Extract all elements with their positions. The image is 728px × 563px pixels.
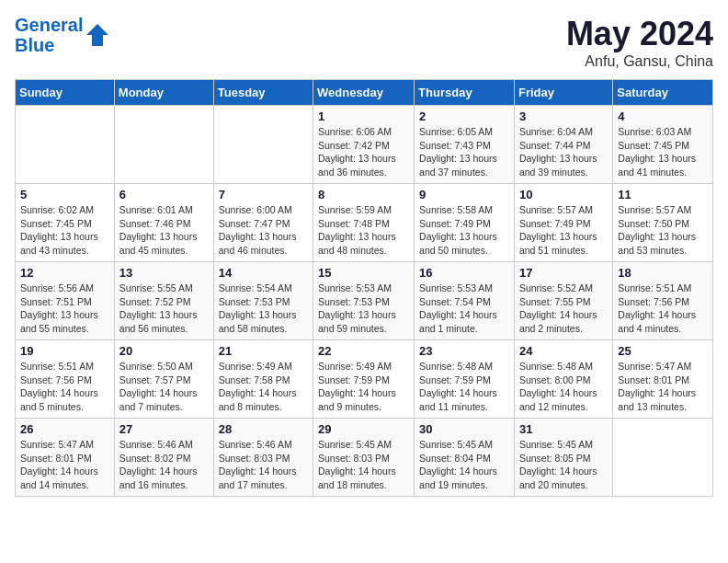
day-number: 26 — [20, 422, 109, 436]
day-info: Sunrise: 5:56 AMSunset: 7:51 PMDaylight:… — [20, 282, 109, 336]
calendar-day-9: 9Sunrise: 5:58 AMSunset: 7:49 PMDaylight… — [415, 184, 515, 262]
day-number: 5 — [20, 188, 109, 201]
calendar-day-4: 4Sunrise: 6:03 AMSunset: 7:45 PMDaylight… — [613, 106, 713, 184]
day-number: 7 — [219, 188, 308, 201]
page-header: General Blue May 2024 Anfu, Gansu, China — [15, 15, 713, 70]
day-number: 16 — [419, 266, 509, 280]
calendar-day-5: 5Sunrise: 6:02 AMSunset: 7:45 PMDaylight… — [16, 184, 115, 262]
day-number: 8 — [318, 188, 409, 201]
day-number: 2 — [419, 109, 509, 123]
subtitle: Anfu, Gansu, China — [566, 53, 713, 70]
day-info: Sunrise: 5:49 AMSunset: 7:59 PMDaylight:… — [318, 360, 409, 414]
main-title: May 2024 — [566, 15, 713, 53]
title-block: May 2024 Anfu, Gansu, China — [566, 15, 713, 70]
day-number: 15 — [318, 266, 409, 280]
day-number: 19 — [20, 344, 109, 358]
weekday-header-friday: Friday — [514, 80, 612, 106]
calendar-day-11: 11Sunrise: 5:57 AMSunset: 7:50 PMDayligh… — [613, 184, 713, 262]
calendar-day-20: 20Sunrise: 5:50 AMSunset: 7:57 PMDayligh… — [114, 340, 213, 419]
day-number: 1 — [318, 109, 409, 123]
day-info: Sunrise: 5:50 AMSunset: 7:57 PMDaylight:… — [119, 360, 209, 414]
calendar-day-29: 29Sunrise: 5:45 AMSunset: 8:03 PMDayligh… — [313, 419, 415, 497]
calendar-day-18: 18Sunrise: 5:51 AMSunset: 7:56 PMDayligh… — [613, 262, 713, 340]
calendar-day-25: 25Sunrise: 5:47 AMSunset: 8:01 PMDayligh… — [613, 340, 713, 419]
day-info: Sunrise: 5:57 AMSunset: 7:49 PMDaylight:… — [519, 203, 608, 258]
day-number: 20 — [119, 344, 209, 358]
calendar-week-row: 26Sunrise: 5:47 AMSunset: 8:01 PMDayligh… — [16, 419, 713, 497]
day-number: 4 — [618, 109, 708, 123]
day-info: Sunrise: 6:02 AMSunset: 7:45 PMDaylight:… — [20, 203, 109, 258]
weekday-header-saturday: Saturday — [613, 80, 713, 106]
calendar-day-7: 7Sunrise: 6:00 AMSunset: 7:47 PMDaylight… — [213, 184, 313, 262]
calendar-day-1: 1Sunrise: 6:06 AMSunset: 7:42 PMDaylight… — [313, 106, 415, 184]
day-info: Sunrise: 5:53 AMSunset: 7:53 PMDaylight:… — [318, 282, 409, 336]
day-info: Sunrise: 5:52 AMSunset: 7:55 PMDaylight:… — [519, 282, 608, 336]
day-info: Sunrise: 6:01 AMSunset: 7:46 PMDaylight:… — [119, 203, 209, 258]
calendar-empty-cell — [114, 106, 213, 184]
calendar-day-6: 6Sunrise: 6:01 AMSunset: 7:46 PMDaylight… — [114, 184, 213, 262]
calendar-week-row: 19Sunrise: 5:51 AMSunset: 7:56 PMDayligh… — [16, 340, 713, 419]
calendar-day-22: 22Sunrise: 5:49 AMSunset: 7:59 PMDayligh… — [313, 340, 415, 419]
day-info: Sunrise: 5:54 AMSunset: 7:53 PMDaylight:… — [219, 282, 308, 336]
calendar-day-28: 28Sunrise: 5:46 AMSunset: 8:03 PMDayligh… — [213, 419, 313, 497]
calendar-day-31: 31Sunrise: 5:45 AMSunset: 8:05 PMDayligh… — [514, 419, 612, 497]
day-number: 30 — [419, 422, 509, 436]
weekday-header-monday: Monday — [114, 80, 213, 106]
logo-icon — [85, 22, 110, 48]
day-info: Sunrise: 6:06 AMSunset: 7:42 PMDaylight:… — [318, 125, 409, 179]
day-info: Sunrise: 5:45 AMSunset: 8:04 PMDaylight:… — [419, 438, 509, 492]
day-number: 10 — [519, 188, 608, 201]
day-number: 21 — [219, 344, 308, 358]
day-info: Sunrise: 5:46 AMSunset: 8:02 PMDaylight:… — [119, 438, 209, 492]
day-number: 22 — [318, 344, 409, 358]
logo-text: General Blue — [15, 15, 83, 55]
svg-marker-0 — [86, 24, 108, 46]
day-info: Sunrise: 5:46 AMSunset: 8:03 PMDaylight:… — [219, 438, 308, 492]
logo: General Blue — [15, 15, 110, 55]
calendar-day-23: 23Sunrise: 5:48 AMSunset: 7:59 PMDayligh… — [415, 340, 515, 419]
calendar-day-12: 12Sunrise: 5:56 AMSunset: 7:51 PMDayligh… — [16, 262, 115, 340]
day-number: 12 — [20, 266, 109, 280]
day-info: Sunrise: 5:49 AMSunset: 7:58 PMDaylight:… — [219, 360, 308, 414]
day-info: Sunrise: 5:51 AMSunset: 7:56 PMDaylight:… — [20, 360, 109, 414]
day-info: Sunrise: 5:48 AMSunset: 7:59 PMDaylight:… — [419, 360, 509, 414]
day-info: Sunrise: 5:51 AMSunset: 7:56 PMDaylight:… — [618, 282, 708, 336]
calendar-empty-cell — [16, 106, 115, 184]
weekday-row: SundayMondayTuesdayWednesdayThursdayFrid… — [16, 80, 713, 106]
day-info: Sunrise: 5:55 AMSunset: 7:52 PMDaylight:… — [119, 282, 209, 336]
calendar-day-8: 8Sunrise: 5:59 AMSunset: 7:48 PMDaylight… — [313, 184, 415, 262]
calendar-day-24: 24Sunrise: 5:48 AMSunset: 8:00 PMDayligh… — [514, 340, 612, 419]
calendar-day-19: 19Sunrise: 5:51 AMSunset: 7:56 PMDayligh… — [16, 340, 115, 419]
day-info: Sunrise: 6:04 AMSunset: 7:44 PMDaylight:… — [519, 125, 608, 179]
day-number: 29 — [318, 422, 409, 436]
day-number: 9 — [419, 188, 509, 201]
day-number: 3 — [519, 109, 608, 123]
calendar-empty-cell — [213, 106, 313, 184]
day-info: Sunrise: 5:47 AMSunset: 8:01 PMDaylight:… — [618, 360, 708, 414]
day-number: 28 — [219, 422, 308, 436]
day-info: Sunrise: 5:45 AMSunset: 8:03 PMDaylight:… — [318, 438, 409, 492]
day-number: 18 — [618, 266, 708, 280]
day-number: 31 — [519, 422, 608, 436]
day-info: Sunrise: 6:00 AMSunset: 7:47 PMDaylight:… — [219, 203, 308, 258]
day-number: 24 — [519, 344, 608, 358]
calendar-body: 1Sunrise: 6:06 AMSunset: 7:42 PMDaylight… — [16, 106, 713, 497]
calendar-week-row: 5Sunrise: 6:02 AMSunset: 7:45 PMDaylight… — [16, 184, 713, 262]
day-info: Sunrise: 5:45 AMSunset: 8:05 PMDaylight:… — [519, 438, 608, 492]
calendar-day-15: 15Sunrise: 5:53 AMSunset: 7:53 PMDayligh… — [313, 262, 415, 340]
day-number: 25 — [618, 344, 708, 358]
day-info: Sunrise: 5:53 AMSunset: 7:54 PMDaylight:… — [419, 282, 509, 336]
day-info: Sunrise: 6:05 AMSunset: 7:43 PMDaylight:… — [419, 125, 509, 179]
weekday-header-sunday: Sunday — [16, 80, 115, 106]
calendar-day-10: 10Sunrise: 5:57 AMSunset: 7:49 PMDayligh… — [514, 184, 612, 262]
calendar-empty-cell — [613, 419, 713, 497]
day-info: Sunrise: 5:59 AMSunset: 7:48 PMDaylight:… — [318, 203, 409, 258]
day-number: 23 — [419, 344, 509, 358]
calendar-week-row: 12Sunrise: 5:56 AMSunset: 7:51 PMDayligh… — [16, 262, 713, 340]
day-number: 11 — [618, 188, 708, 201]
day-info: Sunrise: 5:58 AMSunset: 7:49 PMDaylight:… — [419, 203, 509, 258]
calendar-day-13: 13Sunrise: 5:55 AMSunset: 7:52 PMDayligh… — [114, 262, 213, 340]
calendar-week-row: 1Sunrise: 6:06 AMSunset: 7:42 PMDaylight… — [16, 106, 713, 184]
calendar-day-3: 3Sunrise: 6:04 AMSunset: 7:44 PMDaylight… — [514, 106, 612, 184]
day-number: 14 — [219, 266, 308, 280]
